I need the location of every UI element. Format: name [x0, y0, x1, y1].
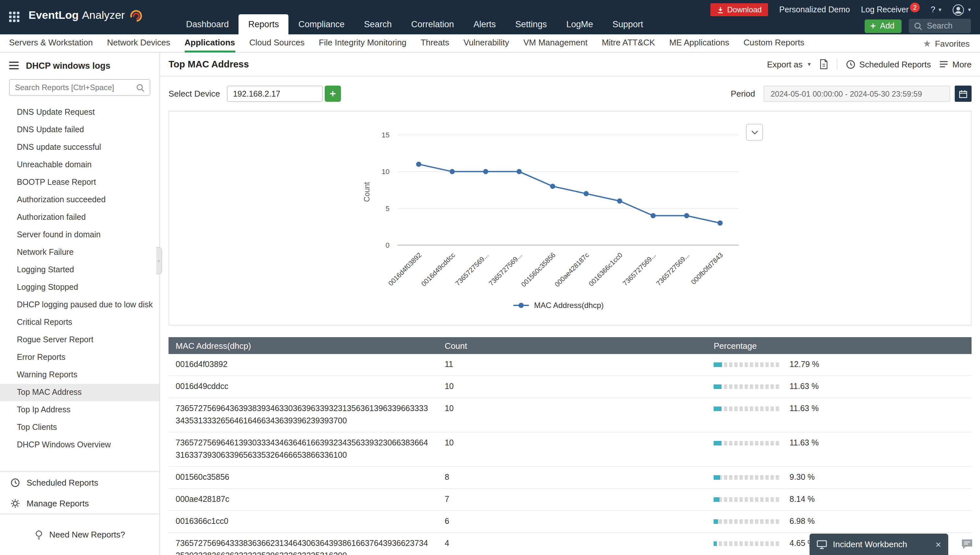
nav-tab-correlation[interactable]: Correlation: [402, 14, 464, 34]
sidebar-item-logging-stopped[interactable]: Logging Stopped: [0, 279, 159, 296]
sidebar-item-dhcp-logging-paused-due-to-low-disk[interactable]: DHCP logging paused due to low disk: [0, 296, 159, 314]
nav-tab-reports[interactable]: Reports: [239, 14, 289, 34]
sidebar-search: [9, 79, 151, 96]
percentage-bar-fill: [714, 475, 720, 480]
subnav-tab-me-applications[interactable]: ME Applications: [669, 34, 729, 52]
sidebar-toggle-icon[interactable]: [9, 59, 19, 71]
percentage-bar-track: [714, 441, 780, 446]
sidebar-item-warning-reports[interactable]: Warning Reports: [0, 366, 159, 384]
percentage-value: 8.14 %: [789, 493, 815, 506]
scheduled-reports-button[interactable]: Scheduled Reports: [846, 59, 931, 69]
export-as-dropdown[interactable]: Export as ▾: [767, 59, 811, 69]
sidebar-item-server-found-in-domain[interactable]: Server found in domain: [0, 226, 159, 244]
sidebar-footer: Scheduled Reports Manage Reports Need Ne…: [0, 472, 159, 555]
sidebar-item-error-reports[interactable]: Error Reports: [0, 349, 159, 366]
download-button[interactable]: Download: [710, 3, 769, 16]
svg-text:7365727569...: 7365727569...: [453, 251, 489, 287]
percentage-bar-group: 6.98 %: [714, 515, 964, 528]
calendar-button[interactable]: [955, 86, 972, 102]
incident-workbench-panel[interactable]: Incident Workbench ×: [810, 534, 948, 555]
select-device-label: Select Device: [168, 89, 220, 99]
apps-grid-icon[interactable]: [9, 12, 19, 22]
add-device-button[interactable]: [325, 86, 341, 102]
sidebar-item-bootp-lease-report[interactable]: BOOTP Lease Report: [0, 174, 159, 191]
sidebar-item-dns-update-request[interactable]: DNS Update Request: [0, 104, 159, 121]
sidebar-item-logging-started[interactable]: Logging Started: [0, 261, 159, 279]
svg-text:Count: Count: [362, 182, 371, 202]
manage-reports-label: Manage Reports: [27, 498, 89, 508]
more-button[interactable]: More: [940, 59, 972, 69]
device-input[interactable]: [227, 86, 323, 102]
nav-tab-search[interactable]: Search: [354, 14, 402, 34]
subnav-tab-network-devices[interactable]: Network Devices: [107, 34, 170, 52]
sidebar-item-rogue-server-report[interactable]: Rogue Server Report: [0, 331, 159, 349]
personalized-demo-link[interactable]: Personalized Demo: [779, 5, 850, 14]
sidebar-manage-reports[interactable]: Manage Reports: [0, 493, 159, 513]
table-row[interactable]: 0016366c1cc066.98 %: [168, 511, 972, 533]
subnav-tab-file-integrity-monitoring[interactable]: File Integrity Monitoring: [319, 34, 407, 52]
svg-text:5: 5: [385, 205, 389, 213]
nav-tab-logme[interactable]: LogMe: [556, 14, 603, 34]
sidebar-item-authorization-failed[interactable]: Authorization failed: [0, 209, 159, 226]
sidebar-item-top-ip-address[interactable]: Top Ip Address: [0, 401, 159, 419]
percentage-bar-fill: [714, 541, 717, 546]
percentage-bar-fill: [714, 406, 721, 411]
need-new-reports-link[interactable]: Need New Reports?: [0, 513, 159, 555]
report-search-input[interactable]: [15, 83, 136, 92]
nav-tab-support[interactable]: Support: [603, 14, 653, 34]
sidebar-item-unreachable-domain[interactable]: Unreachable domain: [0, 156, 159, 174]
period-range-input[interactable]: 2024-05-01 00:00:00 - 2024-05-30 23:59:5…: [764, 86, 950, 102]
subnav-tab-servers-workstation[interactable]: Servers & Workstation: [9, 34, 93, 52]
close-icon[interactable]: ×: [935, 539, 941, 549]
count-cell: 6: [437, 511, 706, 532]
table-row[interactable]: 7365727569643639383934633036396339323135…: [168, 398, 972, 433]
percentage-bar-fill: [714, 385, 721, 389]
sidebar-item-top-mac-address[interactable]: Top MAC Address: [0, 384, 159, 401]
count-cell: 10: [437, 376, 706, 398]
device-selector: [227, 86, 341, 102]
favorites-button[interactable]: ★ Favorites: [923, 34, 970, 53]
table-row[interactable]: 7365727569646139303334346364616639323435…: [168, 433, 972, 467]
sidebar-item-dhcp-windows-overview[interactable]: DHCP Windows Overview: [0, 436, 159, 454]
subnav-tab-cloud-sources[interactable]: Cloud Sources: [249, 34, 304, 52]
global-search-input[interactable]: Search: [909, 19, 971, 33]
nav-tab-dashboard[interactable]: Dashboard: [176, 14, 239, 34]
help-menu[interactable]: ? ▾: [931, 5, 942, 14]
percentage-cell: 11.63 %: [706, 376, 972, 398]
subnav-tab-mitre-att-ck[interactable]: Mitre ATT&CK: [602, 34, 655, 52]
subnav-tab-vulnerability[interactable]: Vulnerability: [463, 34, 509, 52]
sidebar-item-network-failure[interactable]: Network Failure: [0, 244, 159, 261]
chevron-down-icon: ▾: [938, 6, 942, 13]
feedback-chat-icon[interactable]: [961, 538, 974, 552]
sidebar-item-dns-update-successful[interactable]: DNS update successful: [0, 139, 159, 156]
list-icon: [940, 60, 948, 68]
chart-collapse-button[interactable]: [746, 124, 763, 141]
table-row[interactable]: 001560c3585689.30 %: [168, 467, 972, 489]
log-receiver-badge: 2: [910, 3, 920, 12]
sidebar-item-top-clients[interactable]: Top Clients: [0, 419, 159, 436]
table-row[interactable]: 0016d49cddcc1011.63 %: [168, 376, 972, 398]
subnav-tab-vm-management[interactable]: VM Management: [524, 34, 588, 52]
sidebar-item-authorization-succeeded[interactable]: Authorization succeeded: [0, 191, 159, 209]
nav-tab-alerts[interactable]: Alerts: [464, 14, 506, 34]
nav-tab-compliance[interactable]: Compliance: [289, 14, 354, 34]
svg-text:0: 0: [385, 241, 389, 249]
count-cell: 4: [437, 533, 706, 555]
subnav-tab-applications[interactable]: Applications: [184, 34, 235, 52]
log-receiver-link[interactable]: Log Receiver 2: [861, 5, 920, 14]
add-button[interactable]: Add: [865, 19, 902, 33]
sidebar-item-dns-update-failed[interactable]: DNS Update failed: [0, 121, 159, 139]
subnav-tab-threats[interactable]: Threats: [421, 34, 449, 52]
nav-tab-settings[interactable]: Settings: [506, 14, 557, 34]
table-row[interactable]: 000ae428187c78.14 %: [168, 489, 972, 511]
mac-address-cell: 7365727569643639383934633036396339323135…: [168, 398, 437, 432]
sidebar-item-critical-reports[interactable]: Critical Reports: [0, 314, 159, 331]
user-menu[interactable]: ▾: [953, 3, 971, 16]
sidebar-scheduled-reports[interactable]: Scheduled Reports: [0, 472, 159, 493]
subnav-tab-custom-reports[interactable]: Custom Reports: [743, 34, 804, 52]
export-document-button[interactable]: [819, 59, 828, 69]
sidebar-collapse-handle[interactable]: ‹: [156, 247, 162, 274]
mac-address-cell: 001560c35856: [168, 467, 437, 488]
download-icon: [717, 6, 724, 13]
table-row[interactable]: 0016d4f038921112.79 %: [168, 354, 972, 376]
